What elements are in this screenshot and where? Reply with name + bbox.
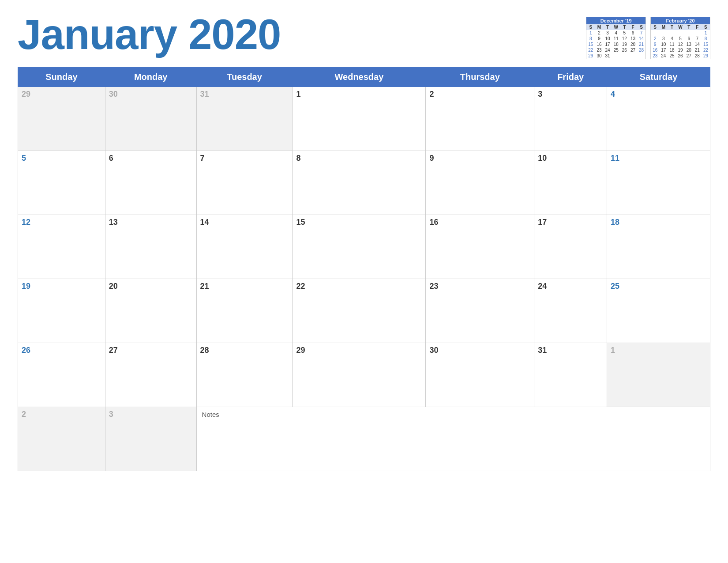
page-header: January 2020 December '19 S M T W T F S …	[18, 13, 710, 59]
mini-cal-day: 3	[659, 36, 668, 42]
mini-cal-day: 20	[685, 47, 693, 53]
day-number: 11	[611, 154, 619, 162]
mini-cal-day: 20	[629, 42, 637, 47]
calendar-cell: 30	[426, 343, 534, 407]
mini-cal-day	[612, 53, 620, 59]
mini-cal-day	[620, 53, 629, 59]
mini-col-f: F	[693, 24, 702, 30]
day-number: 22	[296, 282, 305, 291]
day-number: 8	[296, 154, 300, 162]
calendar-cell: 31	[196, 87, 293, 151]
mini-cal-day: 25	[668, 53, 676, 59]
mini-col-w: W	[612, 24, 620, 30]
mini-cal-day: 1	[586, 30, 595, 36]
mini-cal-day	[676, 30, 685, 36]
mini-cal-day	[659, 30, 668, 36]
calendar-cell: 2	[426, 87, 534, 151]
day-number: 24	[538, 282, 547, 291]
day-number: 3	[538, 90, 542, 98]
calendar-cell: 9	[426, 151, 534, 215]
calendar-cell: 30	[105, 87, 196, 151]
mini-cal-day: 24	[604, 47, 612, 53]
mini-col-t2: T	[620, 24, 629, 30]
calendar-cell: 29	[18, 87, 105, 151]
mini-cal-day: 21	[637, 42, 645, 47]
day-number: 17	[538, 218, 547, 227]
day-number: 15	[296, 218, 305, 227]
calendar-cell: 12	[18, 215, 105, 279]
mini-cal-day: 13	[629, 36, 637, 42]
mini-col-t2: T	[685, 24, 693, 30]
mini-cal-day: 18	[668, 47, 676, 53]
calendar-cell: 5	[18, 151, 105, 215]
mini-cal-day: 12	[620, 36, 629, 42]
mini-cal-day: 6	[629, 30, 637, 36]
day-number: 20	[109, 282, 118, 291]
mini-cal-day: 24	[659, 53, 668, 59]
mini-cal-day	[685, 30, 693, 36]
mini-cal-day: 19	[620, 42, 629, 47]
mini-cal-day: 1	[702, 30, 710, 36]
calendar-cell: 6	[105, 151, 196, 215]
calendar-day-header: Friday	[534, 68, 607, 87]
mini-cal-day: 14	[693, 42, 702, 47]
mini-cal-day: 4	[668, 36, 676, 42]
calendar-cell: 25	[607, 279, 710, 343]
calendar-cell: 20	[105, 279, 196, 343]
day-number: 10	[538, 154, 547, 162]
calendar-day-header: Wednesday	[293, 68, 426, 87]
calendar-day-header: Saturday	[607, 68, 710, 87]
notes-cell: Notes	[196, 407, 710, 471]
mini-cal-day: 5	[676, 36, 685, 42]
mini-cal-day	[651, 30, 659, 36]
mini-cal-day: 7	[693, 36, 702, 42]
day-number: 30	[109, 90, 118, 98]
mini-cal-day	[668, 30, 676, 36]
calendar-cell: 24	[534, 279, 607, 343]
day-number: 18	[611, 218, 619, 227]
mini-cal-dec: December '19 S M T W T F S 1234567891011…	[586, 17, 646, 59]
calendar-cell: 13	[105, 215, 196, 279]
calendar-cell: 1	[607, 343, 710, 407]
day-number: 13	[109, 218, 118, 227]
mini-calendars-container: December '19 S M T W T F S 1234567891011…	[586, 17, 710, 59]
calendar-cell: 22	[293, 279, 426, 343]
day-number: 1	[611, 346, 615, 355]
calendar-cell: 16	[426, 215, 534, 279]
mini-cal-day: 8	[702, 36, 710, 42]
calendar-cell: 29	[293, 343, 426, 407]
calendar-cell: 27	[105, 343, 196, 407]
day-number: 21	[200, 282, 209, 291]
day-number: 19	[22, 282, 30, 291]
day-number: 12	[22, 218, 30, 227]
mini-cal-day: 13	[685, 42, 693, 47]
mini-cal-day: 27	[685, 53, 693, 59]
day-number: 31	[538, 346, 547, 355]
day-number: 26	[22, 346, 30, 355]
mini-cal-day: 3	[604, 30, 612, 36]
mini-cal-day: 16	[595, 42, 603, 47]
mini-cal-day: 17	[604, 42, 612, 47]
calendar-cell: 7	[196, 151, 293, 215]
mini-cal-day: 25	[612, 47, 620, 53]
day-number: 2	[22, 410, 26, 419]
calendar-day-header: Monday	[105, 68, 196, 87]
calendar-cell: 14	[196, 215, 293, 279]
day-number: 25	[611, 282, 619, 291]
calendar-cell: 3	[534, 87, 607, 151]
calendar-cell: 21	[196, 279, 293, 343]
mini-col-s: S	[586, 24, 595, 30]
day-number: 31	[200, 90, 209, 98]
day-number: 5	[22, 154, 26, 162]
mini-cal-day: 9	[651, 42, 659, 47]
mini-cal-feb-title: February '20	[651, 17, 710, 24]
day-number: 3	[109, 410, 113, 419]
day-number: 23	[429, 282, 438, 291]
mini-cal-day: 21	[693, 47, 702, 53]
calendar-cell: 19	[18, 279, 105, 343]
calendar-cell: 17	[534, 215, 607, 279]
calendar-cell: 3	[105, 407, 196, 471]
mini-cal-day: 17	[659, 47, 668, 53]
mini-cal-day: 10	[659, 42, 668, 47]
calendar-cell: 23	[426, 279, 534, 343]
